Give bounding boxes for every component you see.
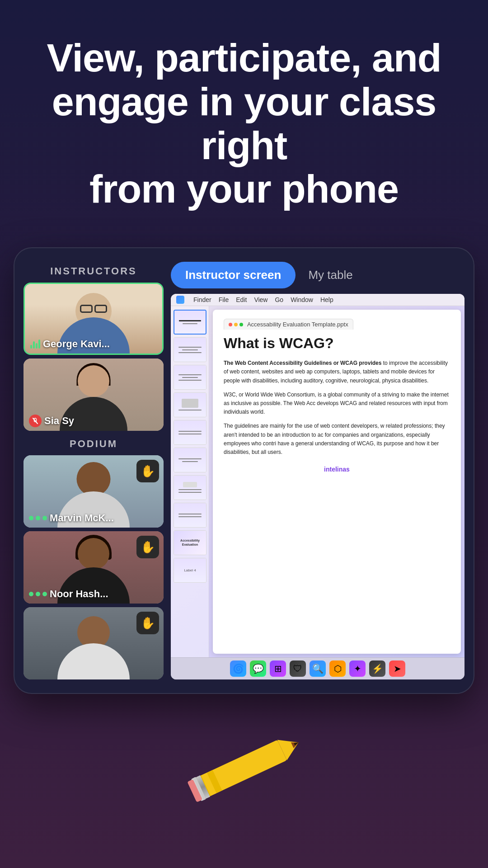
bottom-section [0, 694, 488, 868]
menu-help: Help [320, 296, 333, 303]
dock-icon-search[interactable]: 🔍 [310, 660, 326, 677]
device-frame: INSTRUCTORS George Kav [14, 247, 474, 694]
dock-icon-finder[interactable]: 🌀 [230, 660, 246, 677]
slide-thumbnails: Accessibility Evaluation Label 4 [171, 306, 209, 657]
activity-dots-noor [29, 592, 47, 596]
dock-icon-messages[interactable]: 💬 [250, 660, 266, 677]
menu-edit: Edit [236, 296, 247, 303]
header-section: View, participate, and engage in your cl… [0, 0, 488, 238]
slide-paragraph-3: The guidelines are mainly for the use of… [224, 422, 450, 457]
mac-content: Accessibility Evaluation Label 4 [171, 306, 465, 657]
menu-finder: Finder [193, 296, 211, 303]
menu-window: Window [291, 296, 313, 303]
podium-label: PODIUM [23, 434, 164, 452]
pencil-illustration [172, 730, 316, 822]
dock-icon-app3[interactable]: ✦ [349, 660, 366, 677]
tab-my-table[interactable]: My table [299, 262, 361, 288]
participant-name-marvin: Marvin McK... [29, 512, 114, 524]
participant-card-george[interactable]: George Kavi... [23, 283, 164, 355]
file-name: Accessability Evaluation Template.pptx [247, 321, 348, 328]
avatar-head-marvin [77, 462, 111, 496]
left-panel: INSTRUCTORS George Kav [23, 262, 164, 679]
mac-dock: 🌀 💬 ⊞ 🛡 🔍 ⬡ ✦ ⚡ ➤ [171, 657, 465, 679]
hand-raised-badge-noor: ✋ [136, 536, 159, 558]
audio-bars-icon [30, 340, 40, 349]
mac-screen: Finder File Edit View Go Window Help [171, 294, 465, 679]
participant-card-p5[interactable]: ✋ [23, 607, 164, 679]
avatar-head-noor [78, 538, 109, 570]
slide-thumb-4[interactable] [174, 392, 206, 417]
slide-thumb-1[interactable] [174, 310, 206, 335]
menu-go: Go [275, 296, 283, 303]
avatar-head-sia [78, 365, 109, 397]
participant-name-george: George Kavi... [30, 338, 110, 350]
slide-thumb-3[interactable] [174, 365, 206, 390]
slide-thumb-7[interactable] [174, 475, 206, 500]
slide-thumb-8[interactable] [174, 503, 206, 528]
dock-icon-app1[interactable]: ⊞ [270, 660, 286, 677]
menu-file: File [219, 296, 229, 303]
participant-name-sia: Sia Sy [29, 415, 74, 427]
svg-line-0 [33, 418, 38, 424]
main-slide: Accessability Evaluation Template.pptx W… [213, 310, 461, 654]
slide-thumb-5[interactable] [174, 420, 206, 445]
slide-paragraph-2: W3C, or World Wide Web Consortium, is a … [224, 391, 450, 417]
file-tab: Accessability Evaluation Template.pptx [224, 319, 353, 330]
finder-logo [176, 296, 184, 304]
slide-thumb-10[interactable]: Label 4 [174, 558, 206, 583]
slide-thumb-6[interactable] [174, 448, 206, 472]
headline: View, participate, and engage in your cl… [27, 36, 461, 211]
slide-thumb-9[interactable]: Accessibility Evaluation [174, 530, 206, 555]
dock-icon-security[interactable]: 🛡 [290, 660, 306, 677]
activity-dots-marvin [29, 516, 47, 520]
dock-icon-app2[interactable]: ⬡ [329, 660, 346, 677]
participant-card-sia[interactable]: Sia Sy [23, 359, 164, 431]
hand-raised-badge-p5: ✋ [136, 612, 159, 634]
mic-muted-icon [29, 415, 42, 427]
hand-raised-badge-marvin: ✋ [136, 460, 159, 482]
participant-name-noor: Noor Hash... [29, 588, 108, 600]
participant-card-marvin[interactable]: ✋ Marvin McK... [23, 455, 164, 528]
brand-logo: intelinas [224, 462, 450, 476]
mac-menubar: Finder File Edit View Go Window Help [171, 294, 465, 306]
dock-icon-app4[interactable]: ⚡ [369, 660, 385, 677]
instructors-label: INSTRUCTORS [23, 262, 164, 279]
dock-icon-app5[interactable]: ➤ [389, 660, 405, 677]
menu-view: View [254, 296, 267, 303]
slide-title: What is WCAG? [224, 335, 450, 352]
participant-card-noor[interactable]: ✋ Noor Hash... [23, 531, 164, 604]
tab-bar: Instructor screen My table [171, 262, 465, 288]
tab-instructor-screen[interactable]: Instructor screen [171, 262, 296, 288]
slide-paragraph-1: The Web Content Accessibility Guidelines… [224, 359, 450, 385]
slide-thumb-2[interactable] [174, 337, 206, 362]
right-panel: Instructor screen My table Finder File E… [171, 262, 465, 679]
